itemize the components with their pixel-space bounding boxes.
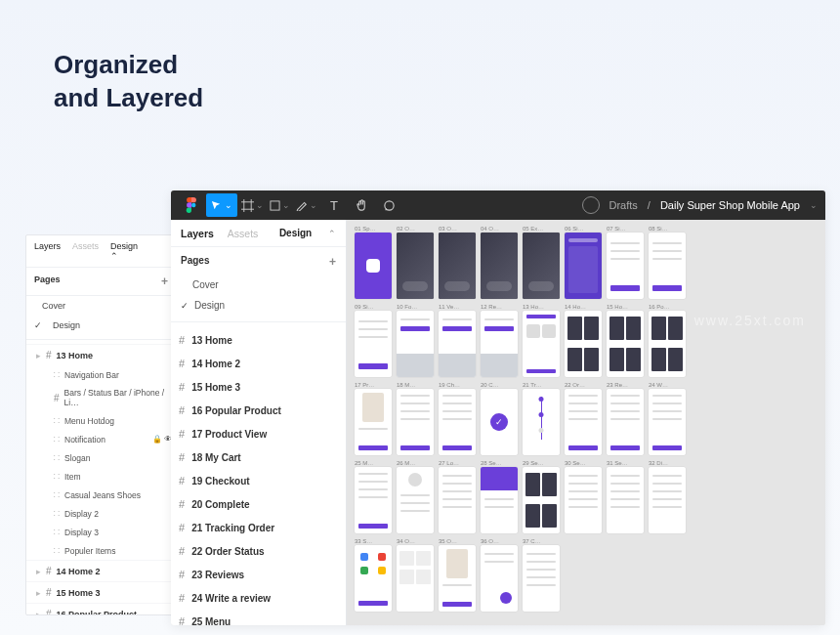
- artboard[interactable]: 09 Si…: [355, 304, 392, 377]
- artboard[interactable]: 01 Sp…: [355, 226, 392, 299]
- frame-item[interactable]: #17 Product View: [171, 422, 346, 445]
- bg-sub-casual[interactable]: ⸬Casual Jeans Shoes: [26, 486, 176, 504]
- artboard[interactable]: 13 Ho…: [523, 304, 560, 377]
- frame-item[interactable]: #15 Home 3: [171, 375, 346, 399]
- frame-item[interactable]: #18 My Cart: [171, 445, 346, 469]
- artboard[interactable]: 27 Lo…: [439, 460, 476, 533]
- artboard[interactable]: 26 M…: [397, 460, 434, 533]
- bg-sub-disp2[interactable]: ⸬Display 2: [26, 504, 176, 523]
- frame-item[interactable]: #20 Complete: [171, 492, 346, 516]
- tab-assets[interactable]: Assets: [72, 241, 99, 261]
- frame-item[interactable]: #22 Order Status: [171, 539, 346, 563]
- hand-tool-icon[interactable]: [349, 193, 374, 217]
- bg-sub-disp3[interactable]: ⸬Display 3: [26, 523, 176, 541]
- page-cover[interactable]: Cover: [171, 275, 346, 295]
- artboard[interactable]: 20 C…: [481, 382, 518, 455]
- artboard[interactable]: 34 O…: [397, 538, 434, 612]
- text-tool-icon[interactable]: T: [321, 193, 347, 217]
- artboard[interactable]: 14 Ho…: [565, 304, 602, 377]
- comment-tool-icon[interactable]: [376, 193, 401, 217]
- artboard[interactable]: 02 O…: [397, 226, 434, 299]
- breadcrumb-file[interactable]: Daily Super Shop Mobile App: [660, 199, 800, 211]
- artboard[interactable]: 05 Ex…: [523, 226, 560, 299]
- artboard[interactable]: 32 Di…: [649, 460, 686, 533]
- artboard-label: 33 S…: [355, 538, 392, 544]
- artboard[interactable]: 18 M…: [397, 382, 434, 455]
- add-page-icon[interactable]: +: [329, 255, 336, 269]
- bg-sub-menu[interactable]: ⸬Menu Hotdog: [26, 411, 176, 430]
- artboard[interactable]: 29 Se…: [523, 460, 560, 533]
- tab-layers[interactable]: Layers: [34, 241, 61, 261]
- artboard[interactable]: 16 Po…: [649, 304, 686, 377]
- frame-item[interactable]: #13 Home: [171, 328, 346, 352]
- svg-point-0: [191, 203, 195, 207]
- artboard[interactable]: 28 Se…: [481, 460, 518, 533]
- bg-frame-16[interactable]: ▸#16 Popular Product: [26, 603, 176, 615]
- bg-sub-nav[interactable]: ⸬Navigation Bar: [26, 365, 176, 384]
- chevron-down-icon[interactable]: ⌄: [810, 200, 818, 210]
- artboard[interactable]: 33 S…: [355, 538, 392, 612]
- artboard[interactable]: 03 O…: [439, 226, 476, 299]
- bg-frame-15[interactable]: ▸#15 Home 3: [26, 581, 176, 603]
- bg-sub-slogan[interactable]: ⸬Slogan: [26, 448, 176, 467]
- artboard-label: 22 Or…: [565, 382, 602, 388]
- bg-page-cover[interactable]: Cover: [26, 296, 176, 316]
- add-page-icon[interactable]: +: [161, 275, 168, 288]
- bg-sub-pop[interactable]: ⸬Populer Items: [26, 541, 176, 560]
- pages-label: Pages: [34, 275, 61, 288]
- artboard[interactable]: 06 Si…: [565, 226, 602, 299]
- artboard[interactable]: 04 O…: [481, 226, 518, 299]
- move-tool-icon[interactable]: ⌄: [206, 193, 237, 217]
- artboard[interactable]: 15 Ho…: [607, 304, 644, 377]
- artboard-label: 09 Si…: [355, 304, 392, 310]
- frame-tool-icon[interactable]: ⌄: [239, 193, 265, 217]
- artboard[interactable]: 30 Se…: [565, 460, 602, 533]
- breadcrumb-drafts[interactable]: Drafts: [609, 199, 638, 211]
- artboard[interactable]: 12 Re…: [481, 304, 518, 377]
- artboard-label: 28 Se…: [481, 460, 518, 466]
- pen-tool-icon[interactable]: ⌄: [294, 193, 319, 217]
- tab-design[interactable]: Design ⌃: [279, 228, 336, 239]
- frame-label: 19 Checkout: [191, 476, 249, 487]
- tab-design[interactable]: Design ⌃: [110, 241, 156, 261]
- bg-sub-notif[interactable]: ⸬Notification🔒 👁: [26, 430, 176, 448]
- frame-item[interactable]: #16 Popular Product: [171, 399, 346, 422]
- artboard[interactable]: 31 Se…: [607, 460, 644, 533]
- artboard[interactable]: 08 Si…: [649, 226, 686, 299]
- artboard[interactable]: 07 Si…: [607, 226, 644, 299]
- frame-icon: #: [179, 498, 185, 510]
- artboard[interactable]: 19 Ch…: [439, 382, 476, 455]
- frame-item[interactable]: #25 Menu: [171, 610, 346, 625]
- artboard[interactable]: 25 M…: [355, 460, 392, 533]
- frame-item[interactable]: #19 Checkout: [171, 469, 346, 492]
- tab-layers[interactable]: Layers: [181, 228, 214, 239]
- frame-item[interactable]: #14 Home 2: [171, 352, 346, 375]
- bg-page-design[interactable]: ✓ Design: [26, 316, 176, 335]
- user-avatar-icon[interactable]: [582, 196, 600, 214]
- bg-frame-14[interactable]: ▸#14 Home 2: [26, 560, 176, 581]
- bg-sub-item[interactable]: ⸬Item: [26, 467, 176, 486]
- figma-logo-icon[interactable]: [179, 193, 204, 217]
- artboard[interactable]: 23 Re…: [607, 382, 644, 455]
- tab-assets[interactable]: Assets: [228, 228, 259, 239]
- artboard[interactable]: 21 Tr…: [523, 382, 560, 455]
- figma-canvas[interactable]: 01 Sp…02 O…03 O…04 O…05 Ex…06 Si…07 Si…0…: [347, 220, 825, 625]
- bg-sub-bars[interactable]: #Bars / Status Bar / iPhone / Li…: [26, 384, 176, 411]
- shape-tool-icon[interactable]: ⌄: [267, 193, 292, 217]
- artboard[interactable]: 17 Pr…: [355, 382, 392, 455]
- artboard[interactable]: 37 C…: [523, 538, 560, 612]
- frame-item[interactable]: #21 Tracking Order: [171, 516, 346, 539]
- page-design[interactable]: Design: [171, 295, 346, 316]
- artboard[interactable]: 22 Or…: [565, 382, 602, 455]
- artboard[interactable]: 24 W…: [649, 382, 686, 455]
- artboard[interactable]: 11 Ve…: [439, 304, 476, 377]
- artboard[interactable]: 35 O…: [439, 538, 476, 612]
- pages-header: Pages +: [171, 247, 346, 275]
- artboard[interactable]: 10 Fo…: [397, 304, 434, 377]
- frame-item[interactable]: #23 Reviews: [171, 563, 346, 586]
- artboard[interactable]: 36 O…: [481, 538, 518, 612]
- frame-icon: #: [179, 522, 185, 533]
- bg-frame-13[interactable]: ▸#13 Home: [26, 344, 176, 365]
- frame-item[interactable]: #24 Write a review: [171, 586, 346, 610]
- toolbar-right: Drafts / Daily Super Shop Mobile App ⌄: [582, 196, 819, 214]
